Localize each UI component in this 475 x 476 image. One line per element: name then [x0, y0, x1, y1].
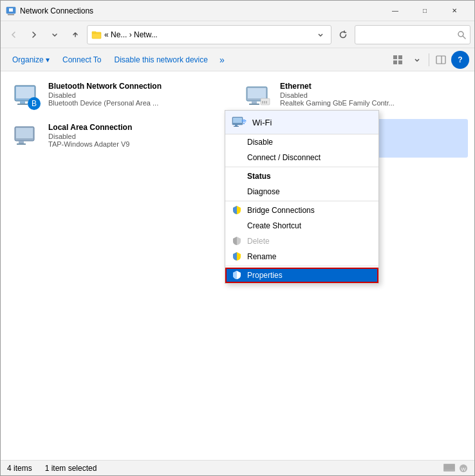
bluetooth-item-status: Disabled — [48, 91, 231, 99]
ctx-shortcut[interactable]: Create Shortcut — [225, 218, 378, 233]
local-area-item-icon — [12, 123, 43, 154]
ctx-connect[interactable]: Connect / Disconnect — [225, 150, 378, 165]
local-area-item-desc: TAP-Windows Adapter V9 — [48, 140, 231, 148]
details-pane-button[interactable] — [432, 51, 450, 69]
view-dropdown-button[interactable] — [408, 51, 426, 69]
toolbar: Organize ▾ Connect To Disable this netwo… — [1, 48, 474, 71]
bluetooth-item-icon: B — [12, 82, 43, 113]
ethernet-item-status: Disabled — [280, 91, 463, 99]
ctx-delete: Delete — [225, 233, 378, 249]
svg-rect-22 — [249, 104, 259, 105]
back-button[interactable] — [5, 26, 23, 44]
local-area-item[interactable]: Local Area Connection Disabled TAP-Windo… — [7, 119, 236, 158]
ctx-bridge-shield-icon — [232, 205, 242, 215]
window-icon — [6, 6, 16, 16]
maximize-button[interactable]: □ — [410, 1, 440, 21]
ctx-diagnose[interactable]: Diagnose — [225, 184, 378, 199]
ethernet-item-name: Ethernet — [280, 82, 463, 91]
svg-rect-3 — [92, 32, 101, 39]
address-bar: « Ne... › Netw... — [1, 21, 474, 48]
items-count: 4 items — [7, 464, 32, 473]
up-button[interactable] — [66, 26, 84, 44]
svg-rect-21 — [252, 101, 257, 104]
ethernet-item-desc: Realtek Gaming GbE Family Contr... — [280, 99, 463, 107]
svg-rect-4 — [92, 32, 96, 33]
search-wrap — [355, 25, 470, 44]
search-icon — [457, 30, 466, 39]
address-dropdown-button[interactable] — [314, 26, 327, 44]
view-buttons: ? — [389, 51, 469, 69]
forward-button[interactable] — [25, 26, 43, 44]
minimize-button[interactable]: — — [380, 1, 410, 21]
bluetooth-item[interactable]: B Bluetooth Network Connection Disabled … — [7, 78, 236, 116]
title-bar: Network Connections — □ ✕ — [1, 1, 474, 21]
close-button[interactable]: ✕ — [440, 1, 469, 21]
more-toolbar-button[interactable]: » — [214, 51, 230, 69]
ctx-separator-1 — [225, 167, 378, 167]
main-window: Network Connections — □ ✕ — [0, 0, 475, 476]
svg-rect-39 — [234, 126, 239, 127]
ethernet-item-text: Ethernet Disabled Realtek Gaming GbE Fam… — [280, 82, 463, 107]
svg-rect-10 — [398, 60, 402, 64]
search-input[interactable] — [359, 30, 457, 39]
local-area-item-text: Local Area Connection Disabled TAP-Windo… — [48, 123, 231, 148]
context-menu: Wi-Fi Disable Connect / Disconnect Statu… — [225, 110, 379, 284]
ctx-properties[interactable]: Properties — [225, 268, 378, 283]
svg-rect-2 — [9, 8, 13, 12]
window-controls: — □ ✕ — [380, 1, 469, 21]
refresh-button[interactable] — [334, 26, 352, 44]
help-button[interactable]: ? — [451, 51, 469, 69]
svg-rect-7 — [393, 55, 397, 59]
taskbar-icon-2: W — [459, 464, 468, 473]
address-path-text: « Ne... › Netw... — [104, 30, 312, 39]
svg-rect-30 — [17, 143, 26, 145]
svg-rect-9 — [393, 60, 397, 64]
svg-rect-28 — [16, 128, 33, 138]
svg-rect-37 — [233, 118, 242, 123]
context-menu-title: Wi-Fi — [252, 118, 272, 127]
svg-rect-38 — [235, 125, 238, 126]
ethernet-item-icon — [244, 82, 275, 113]
dropdown-recent-button[interactable] — [46, 26, 64, 44]
ctx-header-icon — [232, 114, 247, 130]
svg-rect-11 — [436, 56, 445, 64]
address-folder-icon — [91, 30, 102, 40]
status-bar: 4 items 1 item selected W — [1, 460, 474, 475]
window-title: Network Connections — [20, 6, 380, 15]
selected-count: 1 item selected — [45, 464, 97, 473]
change-view-button[interactable] — [389, 51, 407, 69]
context-menu-header: Wi-Fi — [225, 111, 378, 134]
ctx-status[interactable]: Status — [225, 169, 378, 184]
local-area-item-status: Disabled — [48, 133, 231, 140]
ctx-rename-shield-icon — [232, 252, 242, 262]
connect-to-button[interactable]: Connect To — [56, 51, 108, 69]
taskbar-icon-1 — [443, 464, 456, 473]
svg-rect-15 — [20, 101, 25, 104]
svg-point-40 — [243, 123, 245, 124]
ctx-rename[interactable]: Rename — [225, 249, 378, 264]
bluetooth-item-desc: Bluetooth Device (Personal Area ... — [48, 99, 231, 107]
svg-text:B: B — [32, 99, 37, 108]
organize-button[interactable]: Organize ▾ — [6, 51, 56, 69]
content-area: B Bluetooth Network Connection Disabled … — [1, 71, 474, 460]
svg-rect-29 — [19, 141, 24, 143]
disable-network-button[interactable]: Disable this network device — [108, 51, 214, 69]
svg-rect-16 — [17, 104, 28, 105]
local-area-item-name: Local Area Connection — [48, 123, 231, 132]
svg-line-6 — [463, 36, 465, 39]
ctx-separator-3 — [225, 266, 378, 266]
svg-text:W: W — [461, 466, 466, 472]
status-right: W — [443, 464, 468, 473]
ctx-bridge[interactable]: Bridge Connections — [225, 203, 378, 218]
ctx-delete-shield-icon — [232, 236, 242, 246]
ctx-disable[interactable]: Disable — [225, 134, 378, 150]
svg-rect-8 — [398, 55, 402, 59]
svg-rect-42 — [444, 464, 454, 470]
address-input-wrap: « Ne... › Netw... — [87, 25, 331, 44]
ctx-separator-2 — [225, 201, 378, 201]
bluetooth-item-text: Bluetooth Network Connection Disabled Bl… — [48, 82, 231, 107]
bluetooth-item-name: Bluetooth Network Connection — [48, 82, 231, 91]
svg-rect-20 — [248, 88, 266, 98]
svg-rect-23 — [261, 98, 270, 105]
ctx-properties-shield-icon — [232, 270, 242, 280]
